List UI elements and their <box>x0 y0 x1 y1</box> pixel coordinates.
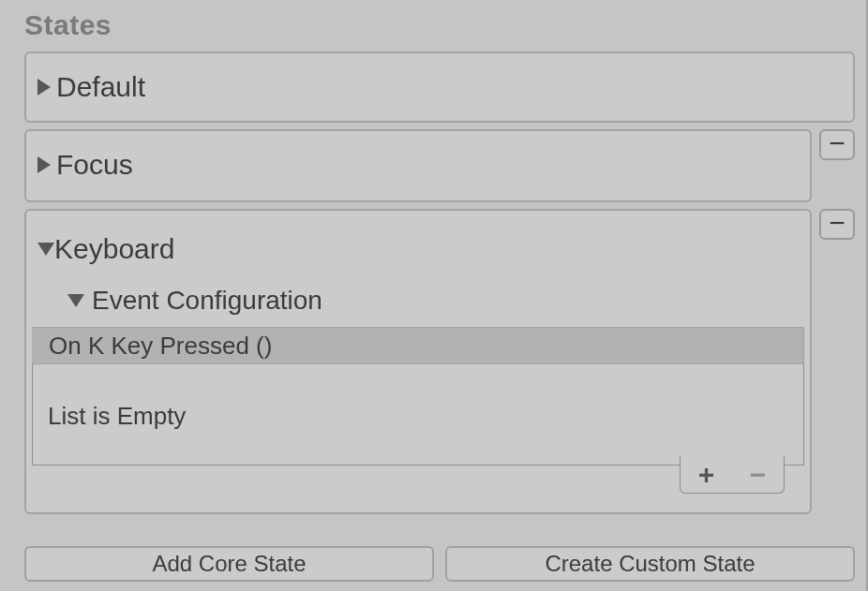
add-event-button[interactable]: + <box>681 456 732 493</box>
minus-icon: − <box>829 209 846 237</box>
foldout-arrow-icon[interactable] <box>37 243 54 256</box>
state-keyboard-header[interactable]: Keyboard <box>26 211 810 265</box>
add-core-state-button[interactable]: Add Core State <box>24 546 434 582</box>
minus-icon: − <box>750 461 767 489</box>
foldout-arrow-icon[interactable] <box>37 156 51 173</box>
event-list-body: List is Empty <box>32 364 804 465</box>
foldout-arrow-icon[interactable] <box>67 294 84 307</box>
remove-keyboard-state-button[interactable]: − <box>819 209 855 240</box>
event-configuration-label: Event Configuration <box>92 286 322 316</box>
bottom-button-row: Add Core State Create Custom State <box>24 546 855 582</box>
remove-focus-state-button[interactable]: − <box>819 129 855 160</box>
minus-icon: − <box>829 129 846 157</box>
state-default-header[interactable]: Default <box>26 53 853 121</box>
states-panel: States Default Focus − Keyboard Event Co… <box>0 0 868 591</box>
create-custom-state-button[interactable]: Create Custom State <box>445 546 855 582</box>
state-focus[interactable]: Focus <box>24 129 812 202</box>
event-name: On K Key Pressed () <box>49 332 272 361</box>
state-default[interactable]: Default <box>24 52 855 123</box>
state-focus-title: Focus <box>56 149 133 181</box>
plus-icon: + <box>698 461 715 489</box>
foldout-arrow-icon[interactable] <box>37 79 51 96</box>
state-keyboard: Keyboard Event Configuration On K Key Pr… <box>24 209 812 514</box>
event-list-footer: + − <box>680 456 785 494</box>
event-configuration-foldout[interactable]: Event Configuration <box>26 286 810 316</box>
state-keyboard-title: Keyboard <box>54 233 174 265</box>
remove-event-button[interactable]: − <box>732 456 784 493</box>
event-header: On K Key Pressed () <box>32 327 804 364</box>
state-focus-header[interactable]: Focus <box>26 131 810 199</box>
section-title: States <box>24 9 112 41</box>
state-default-title: Default <box>56 71 145 103</box>
event-list-empty-text: List is Empty <box>48 402 186 431</box>
